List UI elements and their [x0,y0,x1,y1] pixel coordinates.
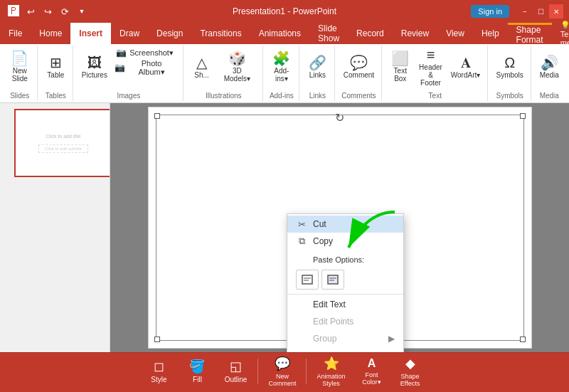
screenshot-button[interactable]: 📷 Screenshot▾ [112,46,179,60]
new-slide-button[interactable]: 📄 NewSlide [7,46,33,88]
new-comment-toolbar-button[interactable]: 💬 NewComment [262,353,302,390]
outline-button[interactable]: ◱ Outline [218,356,253,386]
font-color-button[interactable]: A FontColor▾ [354,354,390,388]
title-bar-right: Sign in − ☐ ✕ [471,4,563,18]
quick-access-toolbar: 🅿 ↩ ↪ ⟳ ▼ [6,4,90,19]
screenshot-label: Screenshot▾ [129,48,174,58]
addins-button[interactable]: 🧩 Add-ins▾ [269,46,294,88]
media-icon: 🔊 [541,55,558,70]
slides-group-content: 📄 NewSlide [7,46,33,90]
tab-shape-format[interactable]: Shape Format [508,23,552,44]
context-menu-edit-text[interactable]: Edit Text [287,296,403,313]
context-menu-paste-label: Paste Options: [287,250,403,267]
close-button[interactable]: ✕ [549,4,563,18]
table-button[interactable]: ⊞ Table [43,46,68,88]
pictures-button[interactable]: 🖼 Pictures [79,46,110,88]
photo-album-icon: 📷 [115,63,125,73]
context-menu-copy[interactable]: ⧉ Copy [287,233,403,250]
slide-thumbnail[interactable]: Click to add title Click to add subtitle [14,109,110,177]
ribbon-group-symbols: Ω Symbols Symbols [489,46,531,101]
toolbar-separator-1 [257,359,258,384]
cut-icon: ✂ [296,219,307,230]
animation-styles-icon: ⭐ [324,356,339,371]
links-group-content: 🔗 Links [304,46,330,90]
font-color-label: FontColor▾ [362,371,381,386]
tab-tell-me[interactable]: 💡 Tell me [552,23,569,44]
tab-slideshow[interactable]: Slide Show [309,23,348,44]
header-footer-button[interactable]: ≡ Header& Footer [415,46,447,88]
undo-button[interactable]: ↩ [23,4,38,19]
canvas-area: ↻ Click to add subtitle ✂ Cut ⧉ Copy [110,103,569,352]
comments-group-content: 💬 Comment [341,46,377,90]
symbols-icon: Ω [504,55,515,70]
ribbon-group-images: 🖼 Pictures 📷 Screenshot▾ 📷 Photo Album▾ … [75,46,184,101]
toolbar-separator-2 [306,359,307,384]
tables-group-label: Tables [46,92,66,100]
addins-icon: 🧩 [272,51,290,65]
textbox-button[interactable]: ⬜ TextBox [388,46,413,88]
context-menu-cut[interactable]: ✂ Cut [287,216,403,233]
new-slide-label: NewSlide [12,67,28,83]
tab-file[interactable]: File [0,23,31,44]
ribbon-group-illustrations: △ Sh... 🎲 3D Models▾ Illustrations [185,46,263,101]
symbols-group-content: Ω Symbols [493,46,526,90]
tab-insert[interactable]: Insert [70,23,111,44]
tables-group-content: ⊞ Table [43,46,68,90]
links-icon: 🔗 [309,55,326,70]
tab-record[interactable]: Record [348,23,393,44]
comment-button[interactable]: 💬 Comment [341,46,377,88]
tab-animations[interactable]: Animations [250,23,309,44]
fill-label: Fill [193,376,202,383]
textbox-label: TextBox [394,67,407,83]
shape-effects-icon: ◆ [405,356,415,371]
header-footer-icon: ≡ [427,48,435,62]
tab-view[interactable]: View [437,23,473,44]
tab-help[interactable]: Help [473,23,508,44]
ribbon-tabs: File Home Insert Draw Design Transitions… [0,23,569,44]
slide-thumb-preview: Click to add title Click to add subtitle [17,112,110,174]
redo-button[interactable]: ↪ [40,4,55,19]
photo-album-button[interactable]: 📷 Photo Album▾ [112,60,179,75]
wordart-button[interactable]: 𝐀 WordArt▾ [448,46,483,88]
tab-draw[interactable]: Draw [111,23,148,44]
fill-button[interactable]: 🪣 Fill [179,356,215,386]
slide-panel: 1 Click to add title Click to add subtit… [0,103,110,352]
ribbon-group-text: ⬜ TextBox ≡ Header& Footer 𝐀 WordArt▾ Te… [383,46,488,101]
shapes-button[interactable]: △ Sh... [189,46,215,88]
table-icon: ⊞ [50,55,62,70]
paste-options-label: Paste Options: [313,255,364,264]
sign-in-button[interactable]: Sign in [471,5,509,18]
textbox-icon: ⬜ [391,51,409,65]
photo-album-label: Photo Album▾ [128,59,176,77]
illustrations-group-label: Illustrations [206,92,242,100]
context-menu-bring-front: Bring to Front ▶ [287,347,403,352]
comment-icon: 💬 [350,55,368,70]
maximize-button[interactable]: ☐ [533,4,548,18]
minimize-button[interactable]: − [518,4,532,18]
media-button[interactable]: 🔊 Media [536,46,562,88]
tab-home[interactable]: Home [31,23,70,44]
symbols-group-label: Symbols [496,92,523,100]
context-menu-edit-points: Edit Points [287,313,403,330]
symbols-button[interactable]: Ω Symbols [493,46,526,88]
paste-option-2[interactable] [321,270,344,290]
fill-icon: 🪣 [189,359,205,374]
links-button[interactable]: 🔗 Links [304,46,330,88]
customize-qa-button[interactable]: ▼ [74,4,90,19]
ribbon: File Home Insert Draw Design Transitions… [0,23,569,103]
ribbon-group-tables: ⊞ Table Tables [39,46,74,101]
tab-design[interactable]: Design [148,23,191,44]
3d-models-button[interactable]: 🎲 3D Models▾ [216,46,258,88]
shape-effects-button[interactable]: ◆ ShapeEffects [393,353,428,390]
paste-option-1[interactable] [296,270,319,290]
animation-styles-button[interactable]: ⭐ AnimationStyles [311,353,351,390]
ribbon-group-media: 🔊 Media Media [533,46,567,101]
shapes-icon: △ [196,55,207,70]
3d-models-label: 3D Models▾ [219,67,255,83]
refresh-button[interactable]: ⟳ [57,4,73,19]
new-slide-icon: 📄 [11,51,28,65]
style-button[interactable]: ◻ Style [141,356,176,386]
media-group-label: Media [540,92,559,100]
tab-review[interactable]: Review [393,23,437,44]
tab-transitions[interactable]: Transitions [191,23,250,44]
